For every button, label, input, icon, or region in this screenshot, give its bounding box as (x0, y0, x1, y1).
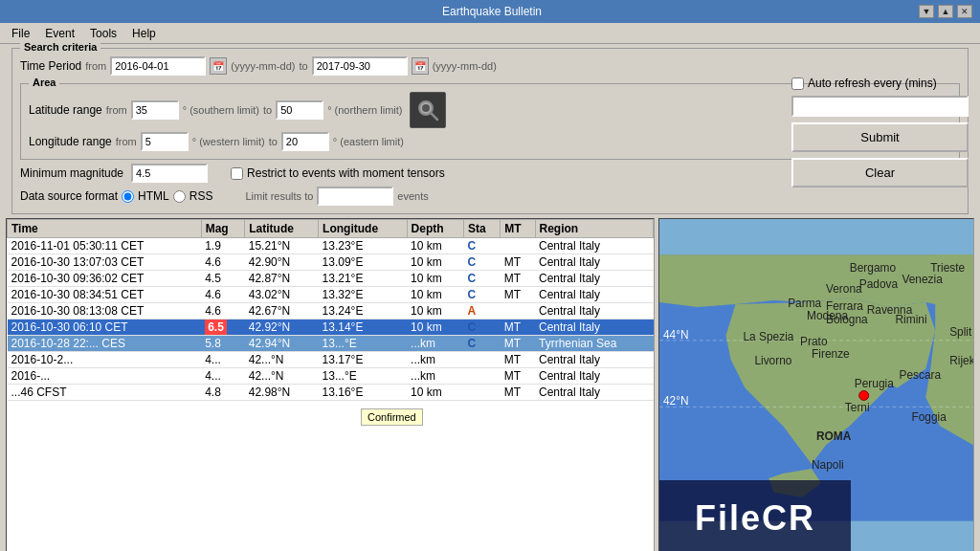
confirmed-tooltip: Confirmed (361, 408, 423, 426)
restrict-moment-check[interactable]: Restrict to events with moment tensors (231, 166, 445, 180)
col-sta: Sta (463, 220, 500, 238)
city-terni: Terni (845, 401, 870, 414)
from-label: from (85, 60, 106, 72)
cell-mag: 4.5 (201, 271, 245, 287)
menu-event[interactable]: Event (37, 25, 82, 42)
auto-refresh-checkbox[interactable] (791, 77, 804, 90)
cell-mt: MT (501, 368, 535, 385)
lat-from-input[interactable] (131, 100, 179, 120)
cell-depth: 10 km (407, 303, 463, 320)
window-controls[interactable]: ▼ ▲ ✕ (919, 5, 972, 18)
lat-to-input[interactable] (276, 100, 323, 120)
col-time: Time (8, 220, 202, 238)
svg-line-2 (431, 113, 437, 120)
minimize-button[interactable]: ▼ (919, 5, 934, 18)
city-napoli: Napoli (812, 458, 844, 472)
min-mag-input[interactable] (131, 164, 208, 183)
city-perugia: Perugia (855, 378, 894, 391)
cell-depth: 10 km (407, 385, 463, 401)
cell-lat: 42.94°N (245, 336, 319, 352)
cell-depth: ...km (407, 368, 463, 385)
cell-depth: 10 km (407, 238, 463, 254)
maximize-button[interactable]: ▲ (938, 5, 953, 18)
lon-from-input[interactable] (141, 132, 189, 151)
table-row[interactable]: 2016-10-30 06:10 CET 6.5 42.92°N 13.14°E… (8, 320, 654, 336)
limit-results-label: Limit results to (245, 190, 313, 202)
col-mag: Mag (201, 220, 245, 238)
area-label: Area (29, 77, 59, 88)
table-row[interactable]: 2016-... 4... 42...°N 13...°E ...km MT C… (8, 368, 654, 385)
table-row[interactable]: 2016-10-30 13:07:03 CET 4.6 42.90°N 13.0… (8, 254, 654, 271)
city-prato: Prato (800, 335, 828, 348)
html-label: HTML (138, 189, 169, 203)
table-row[interactable]: 2016-10-2... 4... 42...°N 13.17°E ...km … (8, 352, 654, 368)
cell-time: 2016-10-28 22:... CES (8, 336, 202, 352)
earthquake-marker[interactable] (859, 390, 869, 400)
cell-depth: ...km (407, 336, 463, 352)
cell-mag: 4... (201, 368, 245, 385)
table-row[interactable]: 2016-11-01 05:30:11 CET 1.9 15.21°N 13.2… (8, 238, 654, 254)
calendar-from-icon[interactable]: 📅 (210, 57, 227, 75)
lat-from-suffix: ° (southern limit) (183, 104, 259, 116)
cell-lat: 42.92°N (245, 320, 319, 336)
city-firenze: Firenze (812, 347, 850, 361)
cell-mt: MT (501, 352, 535, 368)
cell-mag: 4.6 (201, 287, 245, 303)
main-content: Time Mag Latitude Longitude Depth Sta MT… (6, 218, 974, 551)
search-criteria-label: Search criteria (20, 41, 100, 53)
cell-lon: 13.16°E (319, 385, 407, 401)
cell-lon: 13...°E (319, 368, 407, 385)
refresh-mins-input[interactable] (791, 96, 969, 117)
cell-lon: 13.21°E (319, 271, 407, 287)
city-livorno: Livorno (754, 354, 791, 367)
rss-radio[interactable] (173, 190, 186, 203)
city-la-spezia: La Spezia (743, 330, 793, 343)
cell-lat: 43.02°N (245, 287, 319, 303)
cell-mt: MT (501, 320, 535, 336)
date-from-input[interactable] (110, 56, 206, 76)
cell-depth: ...km (407, 352, 463, 368)
select-area-map-button[interactable] (410, 92, 446, 128)
cell-sta: C (463, 254, 500, 271)
date-format-to: (yyyy-mm-dd) (433, 60, 497, 72)
lat-from-label: from (106, 104, 127, 116)
table-row[interactable]: 2016-10-28 22:... CES 5.8 42.94°N 13...°… (8, 336, 654, 352)
limit-results-input[interactable] (317, 187, 393, 206)
cell-lon: 13.24°E (319, 303, 407, 320)
cell-time: 2016-10-2... (8, 352, 202, 368)
clear-button[interactable]: Clear (791, 158, 969, 187)
html-radio[interactable] (122, 190, 134, 203)
html-radio-group[interactable]: HTML (122, 189, 169, 203)
cell-region: Tyrrhenian Sea (535, 336, 654, 352)
calendar-to-icon[interactable]: 📅 (412, 57, 429, 75)
cell-time: 2016-10-30 09:36:02 CET (8, 271, 202, 287)
cell-region: Central Italy (535, 287, 654, 303)
cell-sta: C (463, 271, 500, 287)
table-row[interactable]: 2016-10-30 09:36:02 CET 4.5 42.87°N 13.2… (8, 271, 654, 287)
submit-button[interactable]: Submit (791, 122, 969, 152)
cell-sta: C (463, 287, 500, 303)
city-bergamo: Bergamo (850, 261, 897, 275)
menu-tools[interactable]: Tools (82, 25, 124, 42)
to-label: to (299, 60, 307, 72)
lon-to-label: to (269, 136, 278, 147)
restrict-moment-checkbox[interactable] (231, 167, 243, 180)
cell-sta: C (463, 238, 500, 254)
lon-to-input[interactable] (281, 132, 329, 151)
cell-lon: 13.09°E (319, 254, 407, 271)
datasource-row: Data source format HTML RSS Limit result… (20, 187, 960, 206)
city-verona: Verona (826, 282, 862, 296)
close-button[interactable]: ✕ (957, 5, 972, 18)
table-row[interactable]: 2016-10-30 08:13:08 CET 4.6 42.67°N 13.2… (8, 303, 654, 320)
table-row[interactable]: 2016-10-30 08:34:51 CET 4.6 43.02°N 13.3… (8, 287, 654, 303)
date-to-input[interactable] (312, 56, 408, 76)
watermark: FileCR (659, 480, 851, 551)
menu-file[interactable]: File (4, 25, 37, 42)
cell-region: Central Italy (535, 303, 654, 320)
cell-depth: 10 km (407, 320, 463, 336)
cell-time: 2016-10-30 08:34:51 CET (8, 287, 202, 303)
rss-radio-group[interactable]: RSS (173, 189, 213, 203)
menu-help[interactable]: Help (124, 25, 164, 42)
cell-time: ...46 CFST (8, 385, 202, 401)
table-row[interactable]: ...46 CFST 4.8 42.98°N 13.16°E 10 km MT … (8, 385, 654, 401)
